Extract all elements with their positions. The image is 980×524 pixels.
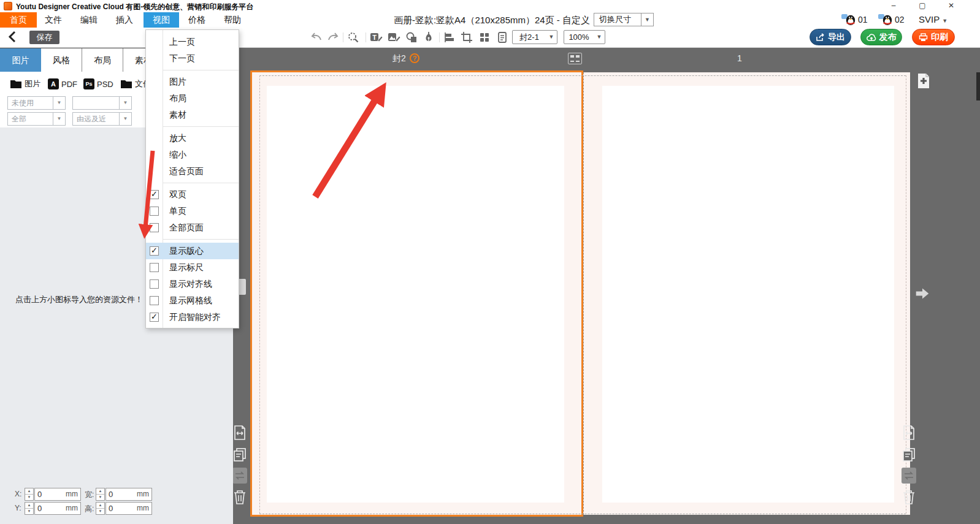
delete-page-icon[interactable] — [232, 489, 247, 505]
zoom-level-select[interactable]: 100% ▼ — [564, 30, 605, 44]
tab-styles[interactable]: 风格 — [41, 48, 82, 72]
shape-tool-icon[interactable] — [404, 30, 419, 45]
menu-help[interactable]: 帮助 — [215, 12, 250, 28]
menu-item-zoom-out[interactable]: 缩小 — [146, 146, 239, 163]
menu-item-next-page[interactable]: 下一页 — [146, 50, 239, 67]
qq-account-1[interactable]: 01 — [841, 13, 868, 26]
filter-all-select[interactable]: 全部 ▼ — [7, 112, 66, 126]
menu-item-zoom-in[interactable]: 放大 — [146, 130, 239, 146]
checkbox-checked-icon[interactable] — [150, 190, 159, 199]
menu-item-show-type-area[interactable]: 显示版心 — [146, 243, 239, 259]
checkbox-icon[interactable] — [150, 223, 159, 232]
menu-item-images[interactable]: 图片 — [146, 74, 239, 90]
filter-sort-select[interactable]: 由远及近 ▼ — [72, 112, 132, 126]
svip-menu[interactable]: SVIP▼ — [919, 14, 947, 25]
app-window: 封2 ? 1 — [0, 0, 980, 524]
edit-image-icon[interactable] — [387, 30, 402, 45]
menu-item-all-pages[interactable]: 全部页面 — [146, 219, 239, 236]
next-spread-arrow-icon[interactable] — [915, 286, 930, 302]
add-page-icon[interactable] — [916, 73, 931, 89]
menu-item-show-grid-lines[interactable]: 显示网格线 — [146, 292, 239, 309]
canvas-area[interactable]: 封2 ? 1 — [233, 48, 980, 524]
checkbox-checked-icon[interactable] — [150, 246, 159, 256]
checkbox-checked-icon[interactable] — [150, 313, 159, 322]
resize-page-icon[interactable] — [902, 425, 916, 441]
redo-icon[interactable] — [326, 30, 340, 45]
magic-select-icon[interactable] — [346, 30, 361, 45]
y-stepper[interactable]: ▲▼ — [25, 502, 34, 515]
width-field[interactable]: 0mm — [105, 488, 152, 501]
menu-item-single-page[interactable]: 单页 — [146, 203, 239, 219]
height-stepper[interactable]: ▲▼ — [96, 502, 105, 515]
menu-item-smart-align[interactable]: 开启智能对齐 — [146, 309, 239, 325]
menubar: 首页 文件 编辑 插入 视图 价格 帮助 画册-竖款:竖款A4（210x285m… — [0, 12, 980, 28]
tab-images[interactable]: 图片 — [0, 48, 41, 72]
chevron-down-icon: ▼ — [119, 113, 131, 125]
crop-tool-icon[interactable] — [459, 30, 474, 45]
undo-icon[interactable] — [309, 30, 324, 45]
printer-icon — [919, 33, 928, 42]
menu-home[interactable]: 首页 — [0, 12, 37, 28]
height-field[interactable]: 0mm — [105, 502, 152, 515]
y-field[interactable]: 0mm — [34, 502, 81, 515]
help-icon[interactable]: ? — [410, 53, 419, 63]
menu-item-fit-page[interactable]: 适合页面 — [146, 163, 239, 180]
view-menu-dropdown: 上一页 下一页 图片 布局 素材 放大 缩小 适合页面 双页 单页 全部页面 显… — [145, 29, 239, 328]
checkbox-icon[interactable] — [150, 279, 159, 289]
width-stepper[interactable]: ▲▼ — [96, 488, 105, 501]
menu-item-assets[interactable]: 素材 — [146, 107, 239, 123]
vertical-scrollbar[interactable] — [976, 72, 980, 101]
type-area-left[interactable] — [267, 86, 564, 503]
spread-view-icon[interactable] — [568, 53, 582, 64]
export-button[interactable]: 导出 — [810, 29, 851, 45]
publish-button[interactable]: 发布 — [860, 29, 902, 45]
menu-item-show-ruler[interactable]: 显示标尺 — [146, 259, 239, 276]
x-field[interactable]: 0mm — [34, 488, 81, 501]
menu-price[interactable]: 价格 — [179, 12, 215, 28]
import-pdf-button[interactable]: A PDF — [48, 78, 77, 89]
import-psd-button[interactable]: Ps PSD — [83, 78, 113, 89]
menu-file[interactable]: 文件 — [36, 12, 71, 28]
back-button[interactable] — [7, 30, 21, 45]
delete-page-icon[interactable] — [902, 489, 916, 505]
menu-item-show-align-lines[interactable]: 显示对齐线 — [146, 276, 239, 292]
swap-page-icon — [902, 468, 916, 484]
pen-tool-icon[interactable] — [421, 30, 436, 45]
grid-view-icon[interactable] — [477, 30, 492, 45]
menu-insert[interactable]: 插入 — [107, 12, 142, 28]
close-button[interactable]: ✕ — [941, 0, 962, 12]
save-button[interactable]: 保存 — [29, 31, 59, 44]
align-tool-icon[interactable] — [442, 30, 457, 45]
menu-edit[interactable]: 编辑 — [71, 12, 107, 28]
bleed-line-bottom — [259, 514, 906, 514]
maximize-button[interactable]: ▢ — [912, 0, 933, 12]
filter-blank-select[interactable]: ▼ — [72, 96, 132, 110]
menu-view[interactable]: 视图 — [144, 12, 179, 28]
resize-page-icon[interactable] — [232, 425, 247, 441]
chevron-down-icon: ▼ — [119, 97, 131, 109]
import-images-button[interactable]: 图片 — [10, 78, 40, 89]
switch-size-select[interactable]: 切换尺寸 ▼ — [594, 13, 654, 26]
print-button[interactable]: 印刷 — [912, 29, 955, 45]
copy-page-icon[interactable] — [902, 446, 916, 462]
filter-usage-select[interactable]: 未使用 ▼ — [7, 96, 66, 110]
menu-item-prev-page[interactable]: 上一页 — [146, 34, 239, 50]
menu-item-layout[interactable]: 布局 — [146, 90, 239, 107]
qq-account-2[interactable]: 02 — [878, 13, 905, 26]
copy-page-icon[interactable] — [232, 446, 247, 462]
page-list-icon[interactable] — [495, 30, 510, 45]
edit-text-icon[interactable]: T — [369, 30, 384, 45]
type-area-right[interactable] — [602, 86, 894, 503]
app-logo-icon — [4, 2, 12, 10]
page-selector-select[interactable]: 封2-1 ▼ — [512, 30, 557, 44]
menu-item-double-page[interactable]: 双页 — [146, 186, 239, 203]
x-stepper[interactable]: ▲▼ — [25, 488, 34, 501]
checkbox-icon[interactable] — [150, 207, 159, 216]
checkbox-icon[interactable] — [150, 296, 159, 305]
chevron-down-icon: ▼ — [641, 13, 653, 26]
swap-page-icon — [232, 468, 247, 484]
tab-layout[interactable]: 布局 — [82, 48, 123, 72]
checkbox-icon[interactable] — [150, 263, 159, 272]
right-page-label: 1 — [737, 53, 742, 63]
minimize-button[interactable]: – — [883, 0, 904, 12]
